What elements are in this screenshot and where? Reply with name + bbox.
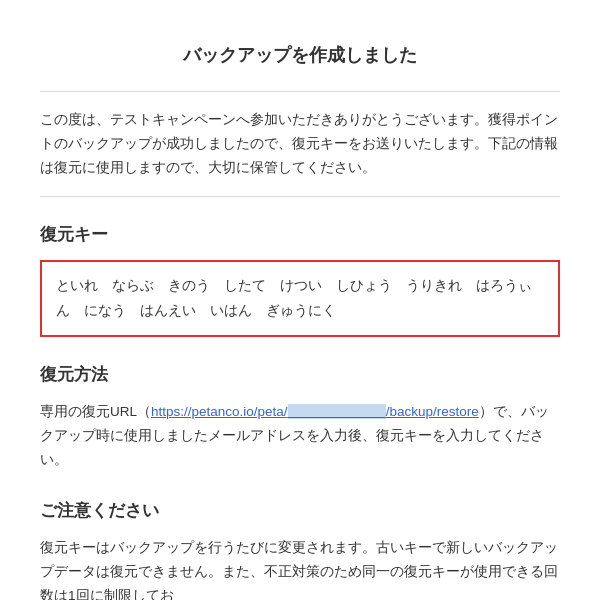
recovery-url-link[interactable]: https://petanco.io/peta/ /backup/restore <box>151 404 479 419</box>
url-display: https://petanco.io/peta/ <box>151 404 288 419</box>
url-suffix: /backup/restore <box>386 404 479 419</box>
method-text-before: 専用の復元URL（ <box>40 404 151 419</box>
recovery-key-text: といれ ならぶ きのう したて けつい しひょう うりきれ はろうぃん になう … <box>56 278 532 317</box>
caution-section-title: ご注意ください <box>40 497 560 526</box>
method-text: 専用の復元URL（https://petanco.io/peta/ /backu… <box>40 400 560 473</box>
url-hidden <box>288 404 386 419</box>
intro-text: この度は、テストキャンペーンへ参加いただきありがとうございます。獲得ポイントのバ… <box>40 108 560 181</box>
method-section-title: 復元方法 <box>40 361 560 390</box>
divider-1 <box>40 91 560 92</box>
recovery-key-box: といれ ならぶ きのう したて けつい しひょう うりきれ はろうぃん になう … <box>40 260 560 337</box>
page-title: バックアップを作成しました <box>40 40 560 71</box>
caution-text: 復元キーはバックアップを行うたびに変更されます。古いキーで新しいバックアップデー… <box>40 536 560 600</box>
page-container: バックアップを作成しました この度は、テストキャンペーンへ参加いただきありがとう… <box>0 0 600 600</box>
divider-2 <box>40 196 560 197</box>
recovery-key-section-title: 復元キー <box>40 221 560 250</box>
